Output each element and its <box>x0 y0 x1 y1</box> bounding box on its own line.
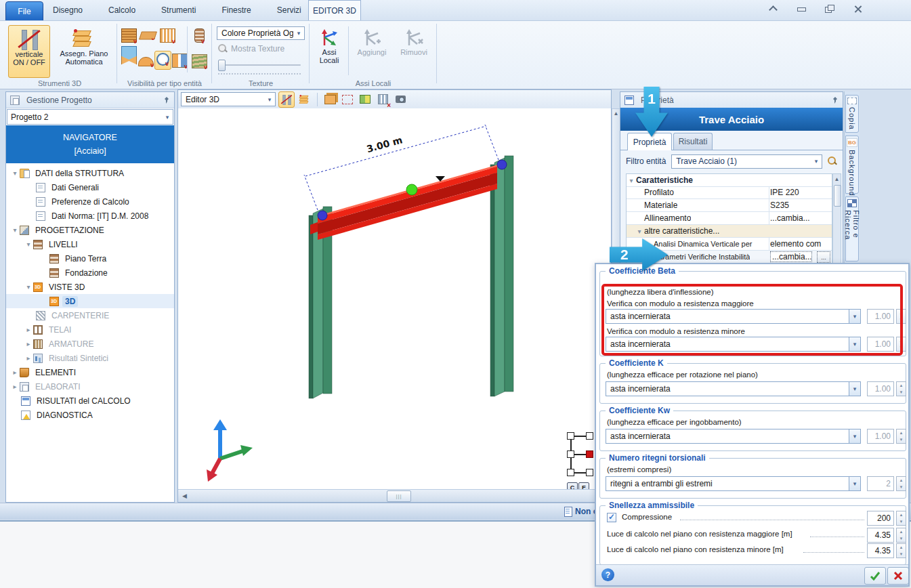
minimize-icon[interactable] <box>796 4 807 14</box>
texture-slider-thumb[interactable] <box>218 60 226 71</box>
ritegni-combo[interactable]: ritegni a entrambi gli estremi <box>606 476 861 491</box>
model-canvas[interactable]: 3.00 m <box>178 108 611 490</box>
tree-item-diagnostica[interactable]: DIAGNOSTICA <box>6 408 174 422</box>
confirm-button[interactable] <box>864 567 886 585</box>
verticale-on-off-button[interactable]: verticale ON / OFF <box>8 25 50 78</box>
tree-item-elaborati[interactable]: ELABORATI <box>6 379 174 394</box>
beta-row1-spinner[interactable] <box>896 309 906 324</box>
pin-icon[interactable] <box>162 96 170 104</box>
tree-item-progettazione[interactable]: PROGETTAZIONE <box>6 223 174 237</box>
side-tab-filtro[interactable]: Filtro e Ricerca <box>845 196 859 261</box>
selected-beam[interactable] <box>310 163 505 240</box>
snellezza-row3-spinner[interactable] <box>896 543 906 558</box>
beta-row2-spinner[interactable] <box>896 337 906 352</box>
section-caratteristiche[interactable]: Caratteristiche <box>627 174 832 187</box>
subsection-altre-caratteristiche[interactable]: altre caratteristiche... <box>627 225 832 238</box>
property-row-materiale[interactable]: Materiale S235 <box>627 199 832 212</box>
visibility-mesh-icon[interactable] <box>121 54 137 68</box>
k-combo[interactable]: asta incernierata <box>606 381 861 396</box>
tree-item-telai[interactable]: TELAI <box>6 322 174 337</box>
scrollbar-thumb[interactable] <box>834 185 841 207</box>
scroll-up-icon[interactable] <box>613 110 619 117</box>
entity-filter-dropdown[interactable]: Trave Acciaio (1) <box>671 154 822 169</box>
snapshot-button[interactable] <box>393 92 408 107</box>
snellezza-row3-value[interactable]: 4.35 <box>867 543 894 558</box>
menu-calcolo[interactable]: Calcolo <box>106 4 138 16</box>
assegn-piano-button[interactable]: Assegn. Piano Automatica <box>54 25 114 78</box>
solid-view-button[interactable] <box>322 92 337 107</box>
tree-item-viste-3d[interactable]: VISTE 3D <box>6 280 174 294</box>
tree-item-preferenze[interactable]: Preferenze di Calcolo <box>6 194 174 209</box>
vertical-toggle-mini-button[interactable] <box>278 91 295 108</box>
tree-item-carpenterie[interactable]: CARPENTERIE <box>6 308 174 322</box>
visibility-slabs-icon[interactable] <box>139 32 157 40</box>
kw-spinner[interactable] <box>896 429 906 444</box>
tree-item-dati-struttura[interactable]: DATI della STRUTTURA <box>6 166 174 180</box>
tree-item-risultati-sintetici[interactable]: Risultati Sintetici <box>6 351 174 365</box>
chevron-down-icon[interactable] <box>10 226 20 234</box>
mostra-texture-toggle[interactable]: Mostra Texture <box>218 44 284 54</box>
beta-row1-combo[interactable]: asta incernierata <box>606 309 861 324</box>
chevron-down-icon[interactable] <box>24 283 33 291</box>
collapse-ribbon-icon[interactable] <box>767 4 778 14</box>
chevron-right-icon[interactable] <box>10 383 20 390</box>
chevron-right-icon[interactable] <box>24 340 33 348</box>
k-spinner[interactable] <box>896 381 906 396</box>
property-row-allineamento[interactable]: Allineamento ...cambia... <box>627 212 832 225</box>
property-row-profilato[interactable]: Profilato IPE 220 <box>627 186 832 199</box>
beam-node-left[interactable] <box>318 211 327 220</box>
restore-icon[interactable] <box>824 4 835 14</box>
visibility-spring-icon[interactable] <box>194 28 205 43</box>
side-tab-background[interactable]: BG Background <box>845 135 859 194</box>
rimuovi-button[interactable]: Rimuovi <box>394 25 433 78</box>
snellezza-row1-value[interactable]: 200 <box>867 511 894 526</box>
horizontal-scrollbar[interactable] <box>178 489 611 502</box>
selection-box-button[interactable] <box>340 92 355 107</box>
tree-item-dati-generali[interactable]: Dati Generali <box>6 180 174 194</box>
grid-scrollbar[interactable] <box>832 173 841 268</box>
snellezza-row2-value[interactable]: 4.35 <box>867 528 894 543</box>
ritegni-spinner[interactable] <box>896 476 906 491</box>
visibility-terrain-icon[interactable] <box>192 54 207 68</box>
property-value-cambia[interactable]: ...cambia... <box>770 251 812 262</box>
menu-servizi[interactable]: Servizi <box>274 4 304 16</box>
chevron-right-icon[interactable] <box>10 369 20 376</box>
visibility-panels-icon[interactable] <box>160 28 175 43</box>
color-property-dropdown[interactable]: Colore Proprietà Ogget <box>217 26 305 40</box>
tree-item-elementi[interactable]: ELEMENTI <box>6 365 174 379</box>
scrollbar-thumb[interactable] <box>387 490 411 502</box>
pin-icon[interactable] <box>830 96 839 104</box>
texture-slider-track[interactable] <box>218 64 301 66</box>
aggiungi-button[interactable]: Aggiungi <box>352 25 391 78</box>
close-icon[interactable] <box>853 4 864 14</box>
chevron-down-icon[interactable] <box>24 240 33 248</box>
tree-item-risultati-calcolo[interactable]: RISULTATI del CALCOLO <box>6 394 174 408</box>
snellezza-row2-spinner[interactable] <box>896 528 906 543</box>
scroll-left-icon[interactable] <box>179 491 190 501</box>
tab-risultati[interactable]: Risultati <box>673 133 713 150</box>
tree-item-piano-terra[interactable]: Piano Terra <box>6 251 174 266</box>
beam-node-right[interactable] <box>497 160 507 169</box>
visibility-sphere-selected[interactable] <box>154 51 171 70</box>
tree-item-armature[interactable]: ARMATURE <box>6 337 174 351</box>
view-selector[interactable]: Editor 3D <box>181 92 276 106</box>
render-view-button[interactable] <box>358 92 373 107</box>
chevron-right-icon[interactable] <box>24 354 33 362</box>
chevron-down-icon[interactable] <box>10 169 20 177</box>
beta-row2-combo[interactable]: asta incernierata <box>606 337 861 352</box>
search-icon[interactable] <box>828 156 837 166</box>
visibility-walls-icon[interactable] <box>121 28 137 43</box>
scroll-up-icon[interactable] <box>834 176 840 182</box>
chevron-right-icon[interactable] <box>24 326 33 333</box>
kw-combo[interactable]: asta incernierata <box>606 429 861 444</box>
side-tab-copia[interactable]: Copia <box>845 95 859 133</box>
tree-item-fondazione[interactable]: Fondazione <box>6 266 174 280</box>
menu-finestre[interactable]: Finestre <box>219 4 253 16</box>
planes-mini-button[interactable] <box>297 92 312 107</box>
compressione-checkbox[interactable] <box>607 513 616 522</box>
tree-item-3d-selected[interactable]: 3D <box>6 294 174 308</box>
beam-midpoint-handle[interactable] <box>406 184 417 195</box>
help-icon[interactable] <box>601 568 614 581</box>
assi-locali-button[interactable]: Assi Locali <box>313 25 345 78</box>
tree-item-dati-norma[interactable]: Dati Norma: [IT] D.M. 2008 <box>6 209 174 223</box>
